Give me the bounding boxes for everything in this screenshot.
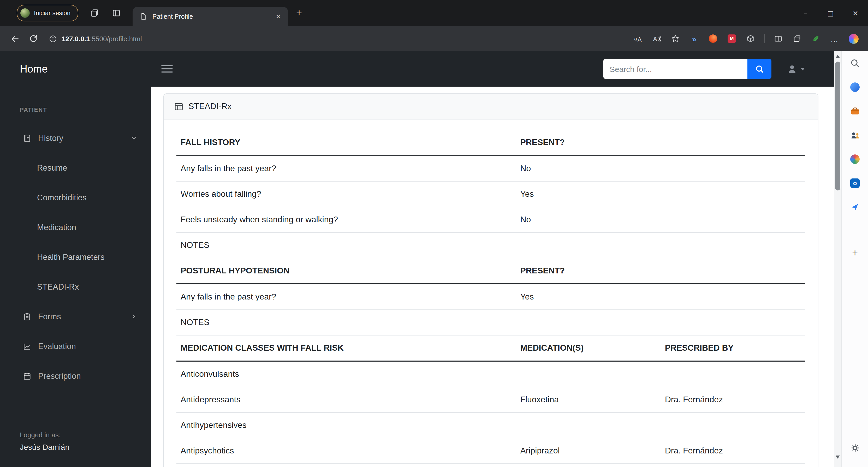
sidebar-item-comorbidities[interactable]: Comorbidities: [0, 183, 151, 212]
table-cell: [516, 310, 660, 335]
efficiency-leaf-icon[interactable]: [807, 30, 825, 48]
sidebar-item-label: Evaluation: [38, 342, 76, 351]
read-aloud-icon[interactable]: A: [648, 30, 665, 48]
maximize-icon[interactable]: □: [818, 0, 843, 26]
rail-globe-icon[interactable]: [842, 147, 868, 171]
tab-label: Patient Profile: [152, 13, 267, 20]
table-cell: Yes: [516, 181, 660, 207]
translate-icon[interactable]: a A: [629, 30, 647, 48]
new-tab-button[interactable]: +: [291, 5, 307, 21]
extension-red-m-icon[interactable]: M: [723, 30, 741, 48]
table-cell: Dra. Fernández: [661, 438, 805, 464]
rail-drop-kite-icon[interactable]: [842, 195, 868, 219]
table-cell: Any falls in the past year?: [177, 155, 516, 181]
table-cell: Anticonvulsants: [177, 361, 516, 387]
sidebar-item-forms[interactable]: Forms: [0, 302, 151, 331]
sidebar-item-resume[interactable]: Resume: [0, 153, 151, 183]
table-row: Feels unsteady when standing or walking?…: [177, 207, 805, 232]
sidebar-item-label: Forms: [38, 312, 61, 321]
svg-text:A: A: [653, 35, 657, 42]
search-form: [603, 59, 771, 79]
search-input[interactable]: [603, 59, 747, 79]
address-bar[interactable]: 127.0.0.1:5500/profile.html: [49, 35, 142, 42]
brand-home-link[interactable]: Home: [0, 51, 151, 87]
chart-line-icon: [23, 342, 31, 350]
browser-tab-bar: Iniciar sesión Patient Profile ✕ + – □ ✕: [0, 0, 868, 26]
edge-sidebar-rail: o +: [841, 51, 868, 467]
rail-tag-icon[interactable]: [842, 75, 868, 99]
copilot-icon[interactable]: [844, 30, 862, 48]
card-title: STEADI-Rx: [188, 102, 231, 111]
refresh-icon[interactable]: [25, 30, 42, 48]
table-cell: [516, 232, 660, 258]
table-row: NOTES: [177, 310, 805, 335]
table-row: Antihypertensives: [177, 412, 805, 438]
sidebar-footer: Logged in as: Jesús Damián: [0, 431, 151, 467]
settings-gear-icon[interactable]: [842, 436, 868, 460]
sidebar-item-history[interactable]: History: [0, 123, 151, 153]
steadi-table-body: FALL HISTORYPRESENT?Any falls in the pas…: [177, 130, 805, 464]
table-icon: [174, 102, 183, 111]
steadi-rx-card: STEADI-Rx FALL HISTORYPRESENT?Any falls …: [163, 93, 818, 467]
page-content: STEADI-Rx FALL HISTORYPRESENT?Any falls …: [151, 87, 834, 467]
rail-outlook-icon[interactable]: o: [842, 171, 868, 195]
search-button[interactable]: [747, 59, 771, 79]
table-row: AntidepressantsFluoxetinaDra. Fernández: [177, 387, 805, 412]
scroll-up-icon[interactable]: [834, 53, 841, 60]
steadi-table: FALL HISTORYPRESENT?Any falls in the pas…: [177, 130, 805, 464]
chevron-right-icon: [130, 313, 137, 320]
minimize-icon[interactable]: –: [793, 0, 818, 26]
rail-toolbox-icon[interactable]: [842, 99, 868, 123]
collections-icon[interactable]: [788, 30, 806, 48]
extension-cube-icon[interactable]: [742, 30, 760, 48]
tab-close-icon[interactable]: ✕: [273, 11, 284, 22]
window-controls: – □ ✕: [793, 0, 868, 26]
search-icon: [755, 64, 764, 73]
table-cell: Yes: [516, 284, 660, 310]
favorites-star-icon[interactable]: [666, 30, 684, 48]
extensions-overflow-icon[interactable]: »: [685, 30, 703, 48]
chevron-down-icon: [130, 135, 137, 142]
rail-add-icon[interactable]: +: [842, 241, 868, 265]
user-menu-button[interactable]: [787, 64, 805, 74]
table-row: Worries about falling?Yes: [177, 181, 805, 207]
user-icon: [787, 64, 797, 74]
tab-patient-profile[interactable]: Patient Profile ✕: [132, 7, 288, 26]
tab-label: Iniciar sesión: [34, 9, 70, 17]
table-row: Anticonvulsants: [177, 361, 805, 387]
table-cell: [516, 361, 660, 387]
page-scrollbar[interactable]: [834, 51, 841, 467]
tab-iniciar-sesion[interactable]: Iniciar sesión: [17, 5, 78, 21]
logged-in-user: Jesús Damián: [20, 442, 151, 452]
hamburger-menu-icon[interactable]: [161, 65, 173, 72]
app-sidebar: Home PATIENT History Resume Comorbiditie…: [0, 51, 151, 467]
medical-journal-icon: [23, 134, 31, 142]
table-cell: Antihypertensives: [177, 412, 516, 438]
sidebar-item-steadi-rx[interactable]: STEADI-Rx: [0, 272, 151, 302]
table-cell: No: [516, 207, 660, 232]
workspaces-icon[interactable]: [108, 5, 124, 21]
table-header-cell: POSTURAL HYPOTENSION: [177, 258, 516, 284]
back-icon[interactable]: [6, 30, 24, 48]
extension-orange-ball-icon[interactable]: [704, 30, 722, 48]
split-screen-icon[interactable]: [769, 30, 787, 48]
rail-search-icon[interactable]: [842, 51, 868, 75]
table-header-row: FALL HISTORYPRESENT?: [177, 130, 805, 155]
table-row: Any falls in the past year?No: [177, 155, 805, 181]
scrollbar-thumb[interactable]: [835, 62, 840, 190]
table-header-cell: PRESCRIBED BY: [661, 335, 805, 361]
sidebar-item-health-parameters[interactable]: Health Parameters: [0, 242, 151, 272]
sidebar-item-medication[interactable]: Medication: [0, 212, 151, 242]
rail-people-icon[interactable]: [842, 123, 868, 147]
table-cell: [661, 284, 805, 310]
sidebar-item-prescription[interactable]: Prescription: [0, 361, 151, 391]
more-options-icon[interactable]: …: [826, 30, 843, 48]
table-cell: NOTES: [177, 232, 516, 258]
url-path: :5500/profile.html: [90, 35, 142, 42]
table-header-row: MEDICATION CLASSES WITH FALL RISKMEDICAT…: [177, 335, 805, 361]
caret-down-icon: [801, 68, 805, 70]
close-icon[interactable]: ✕: [843, 0, 868, 26]
tab-actions-icon[interactable]: [87, 5, 102, 21]
sidebar-item-evaluation[interactable]: Evaluation: [0, 331, 151, 361]
scroll-down-icon[interactable]: [834, 454, 841, 461]
